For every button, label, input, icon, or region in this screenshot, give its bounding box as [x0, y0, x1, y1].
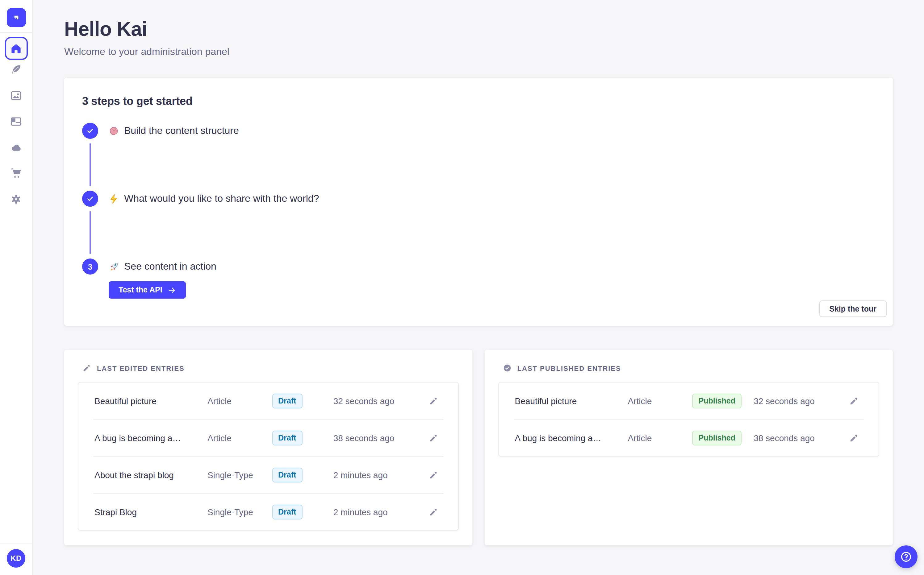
step-label: What would you like to share with the wo…	[109, 193, 319, 204]
entry-type: Article	[628, 433, 692, 443]
check-circle-icon	[503, 364, 512, 373]
panel-header: LAST EDITED ENTRIES	[78, 364, 459, 373]
step-label: See content in action	[109, 261, 217, 272]
onboarding-step-3: 3 See content in action	[82, 259, 875, 275]
entry-title: A bug is becoming a…	[94, 433, 207, 443]
check-icon	[86, 195, 94, 202]
sidebar-item-media[interactable]	[6, 86, 26, 105]
layout-icon	[10, 115, 22, 128]
panel-header: LAST PUBLISHED ENTRIES	[498, 364, 879, 373]
sidebar-item-plugins[interactable]	[6, 112, 26, 132]
edit-entry-button[interactable]	[845, 392, 862, 409]
table-row[interactable]: A bug is becoming a… Article Draft 38 se…	[78, 419, 458, 456]
arrow-right-icon	[168, 286, 176, 294]
step-done-circle	[82, 191, 98, 206]
table-row[interactable]: Beautiful picture Article Published 32 s…	[499, 383, 879, 419]
table-row[interactable]: Beautiful picture Article Draft 32 secon…	[78, 383, 458, 419]
entry-title: About the strapi blog	[94, 470, 207, 480]
step-label-text: See content in action	[124, 261, 217, 272]
app-root: KD Hello Kai Welcome to your administrat…	[0, 0, 924, 575]
step-label-text: Build the content structure	[124, 125, 239, 137]
entry-type: Article	[207, 396, 272, 406]
entries-table: Beautiful picture Article Draft 32 secon…	[78, 382, 459, 531]
step-done-circle	[82, 123, 98, 139]
edit-entry-button[interactable]	[425, 503, 442, 520]
gear-icon	[10, 193, 22, 205]
step-label-text: What would you like to share with the wo…	[124, 193, 319, 204]
entry-time: 2 minutes ago	[333, 470, 417, 480]
cart-icon	[10, 167, 22, 179]
page-title: Hello Kai	[64, 18, 892, 41]
status-badge: Draft	[272, 430, 302, 445]
entry-time: 38 seconds ago	[333, 433, 417, 443]
step-number-circle: 3	[82, 259, 98, 275]
entry-type: Single-Type	[207, 470, 272, 480]
user-avatar[interactable]: KD	[7, 549, 25, 568]
onboarding-step-1: Build the content structure	[82, 123, 875, 139]
entry-time: 2 minutes ago	[333, 507, 417, 517]
page-subtitle: Welcome to your administration panel	[64, 46, 892, 57]
step-connector	[82, 139, 98, 191]
strapi-logo-icon	[10, 12, 22, 24]
edit-entry-button[interactable]	[425, 429, 442, 446]
step-label: Build the content structure	[109, 125, 239, 137]
home-icon	[10, 42, 22, 55]
status-badge: Published	[693, 393, 742, 408]
table-row[interactable]: A bug is becoming a… Article Published 3…	[499, 419, 879, 456]
entry-type: Article	[207, 433, 272, 443]
brain-icon	[109, 125, 119, 136]
test-api-label: Test the API	[119, 286, 162, 294]
entry-time: 38 seconds ago	[754, 433, 838, 443]
test-api-button[interactable]: Test the API	[109, 281, 186, 299]
sidebar-nav	[0, 33, 32, 209]
status-badge: Draft	[272, 467, 302, 482]
table-row[interactable]: About the strapi blog Single-Type Draft …	[78, 457, 458, 493]
cloud-icon	[10, 141, 22, 154]
skip-tour-button[interactable]: Skip the tour	[819, 300, 886, 317]
step-connector	[82, 206, 98, 259]
status-badge: Draft	[272, 504, 302, 519]
entry-title: Strapi Blog	[94, 507, 207, 517]
last-published-panel: LAST PUBLISHED ENTRIES Beautiful picture…	[485, 350, 893, 545]
step-number: 3	[88, 262, 92, 271]
strapi-logo	[6, 8, 25, 27]
main-content: Hello Kai Welcome to your administration…	[33, 0, 924, 575]
panel-title: LAST EDITED ENTRIES	[97, 364, 185, 372]
sidebar-item-cloud[interactable]	[6, 138, 26, 157]
entry-title: A bug is becoming a…	[515, 433, 628, 443]
check-icon	[86, 127, 94, 135]
sidebar-footer: KD	[0, 543, 32, 575]
zap-icon	[109, 194, 119, 204]
edit-entry-button[interactable]	[425, 392, 442, 409]
help-button[interactable]	[894, 545, 917, 568]
edit-entry-button[interactable]	[425, 466, 442, 483]
entry-type: Single-Type	[207, 507, 272, 517]
sidebar-item-marketplace[interactable]	[6, 164, 26, 183]
entries-table: Beautiful picture Article Published 32 s…	[498, 382, 879, 457]
feather-icon	[10, 64, 22, 76]
table-row[interactable]: Strapi Blog Single-Type Draft 2 minutes …	[78, 494, 458, 530]
entry-time: 32 seconds ago	[754, 396, 838, 406]
onboarding-card: 3 steps to get started Build the co	[64, 78, 892, 326]
question-circle-icon	[899, 550, 912, 563]
sidebar-item-home[interactable]	[5, 37, 27, 60]
entries-panels: LAST EDITED ENTRIES Beautiful picture Ar…	[64, 350, 892, 545]
entry-title: Beautiful picture	[94, 396, 207, 406]
status-badge: Published	[693, 430, 742, 445]
entry-title: Beautiful picture	[515, 396, 628, 406]
onboarding-title: 3 steps to get started	[82, 95, 875, 108]
onboarding-step-2: What would you like to share with the wo…	[82, 191, 875, 206]
picture-icon	[10, 89, 22, 102]
last-edited-panel: LAST EDITED ENTRIES Beautiful picture Ar…	[64, 350, 472, 545]
edit-entry-button[interactable]	[845, 429, 862, 446]
page-header: Hello Kai Welcome to your administration…	[64, 18, 892, 57]
entry-type: Article	[628, 396, 692, 406]
status-badge: Draft	[272, 393, 302, 408]
entry-time: 32 seconds ago	[333, 396, 417, 406]
panel-title: LAST PUBLISHED ENTRIES	[518, 364, 621, 372]
sidebar-item-content[interactable]	[6, 60, 26, 79]
pencil-icon	[82, 364, 91, 373]
sidebar-item-settings[interactable]	[6, 189, 26, 209]
sidebar: KD	[0, 0, 33, 575]
sidebar-footer-divider	[0, 543, 32, 544]
